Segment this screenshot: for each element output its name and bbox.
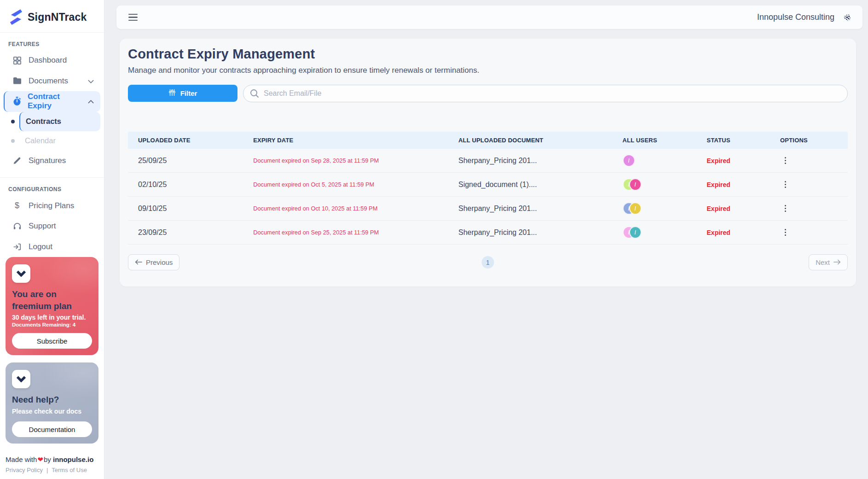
help-card-subtitle: Please check our docs — [12, 408, 92, 415]
table-header-row: UPLOADED DATE EXPIRY DATE ALL UPLOADED D… — [128, 132, 848, 149]
status-cell: Expired — [697, 204, 770, 213]
headset-icon — [12, 222, 22, 231]
uploaded-date-cell: 25/09/25 — [128, 157, 243, 165]
user-avatar[interactable]: I — [629, 226, 642, 239]
row-options-button[interactable] — [780, 202, 791, 215]
menu-toggle-button[interactable] — [127, 12, 139, 23]
status-cell: Expired — [697, 157, 770, 165]
documentation-button[interactable]: Documentation — [12, 421, 92, 437]
search-input[interactable] — [243, 85, 848, 102]
sidebar-item-dashboard[interactable]: Dashboard — [4, 50, 100, 71]
sidebar-subitem-calendar[interactable]: Calendar — [11, 131, 100, 151]
sidebar-item-contract-expiry[interactable]: Contract Expiry — [4, 91, 100, 112]
bullet-icon — [11, 120, 15, 123]
innopulse-link[interactable]: innopulse.io — [53, 456, 93, 463]
user-avatar[interactable]: I — [629, 202, 642, 215]
options-cell — [770, 154, 848, 167]
freemium-plan-card: You are on freemium plan 30 days left in… — [6, 257, 98, 355]
bullet-icon — [11, 139, 15, 143]
divider — [0, 177, 104, 178]
pen-icon — [12, 157, 22, 165]
table-row: 09/10/25 Document expired on Oct 10, 202… — [128, 197, 848, 221]
sidebar-item-label: Support — [29, 222, 56, 231]
uploaded-date-cell: 23/09/25 — [128, 228, 243, 237]
row-options-button[interactable] — [780, 178, 791, 191]
sidebar-item-label: Pricing Plans — [29, 201, 74, 210]
dashboard-grid-icon — [12, 56, 22, 65]
expiry-date-cell: Document expired on Oct 5, 2025 at 11:59… — [243, 181, 448, 188]
row-options-button[interactable] — [780, 154, 791, 167]
sidebar-item-label: Logout — [29, 242, 52, 251]
privacy-policy-link[interactable]: Privacy Policy — [6, 467, 43, 473]
table-row: 02/10/25 Document expired on Oct 5, 2025… — [128, 173, 848, 197]
next-label: Next — [816, 258, 830, 266]
made-with-line: Made with❤by innopulse.io — [6, 456, 104, 464]
uploaded-date-cell: 09/10/25 — [128, 204, 243, 213]
col-expiry-date: EXPIRY DATE — [243, 137, 448, 144]
users-cell: I I — [613, 202, 697, 215]
controls-row: Filter — [128, 85, 848, 102]
subscribe-button[interactable]: Subscribe — [12, 333, 92, 349]
search-container — [243, 85, 848, 102]
options-cell — [770, 202, 848, 215]
sidebar-item-logout[interactable]: Logout — [4, 236, 100, 257]
need-help-card: Need help? Please check our docs Documen… — [6, 362, 98, 444]
page-subtitle: Manage and monitor your contracts approa… — [128, 66, 848, 75]
account-avatar-icon[interactable] — [842, 12, 852, 23]
sidebar: SignNTrack FEATURES Dashboard Documents — [0, 0, 104, 479]
document-name-cell: Sherpany_Pricing 201... — [448, 157, 613, 165]
col-uploaded-date: UPLOADED DATE — [128, 137, 243, 144]
status-badge: Expired — [707, 181, 730, 188]
stopwatch-icon — [13, 97, 21, 106]
col-options: OPTIONS — [770, 137, 848, 144]
sidebar-item-signatures[interactable]: Signatures — [4, 151, 100, 171]
filter-button[interactable]: Filter — [128, 85, 237, 102]
table-row: 23/09/25 Document expired on Sep 25, 202… — [128, 221, 848, 245]
legal-links: Privacy Policy | Terms of Use — [6, 467, 104, 473]
table-row: 25/09/25 Document expired on Sep 28, 202… — [128, 149, 848, 173]
uploaded-date-cell: 02/10/25 — [128, 181, 243, 189]
sidebar-subitem-contracts[interactable]: Contracts — [11, 112, 100, 131]
dollar-icon: $ — [12, 201, 22, 210]
topbar: Innopulse Consulting — [116, 6, 862, 29]
main-area: Innopulse Consulting Contract Expiry Man… — [104, 0, 868, 479]
legal-separator: | — [46, 467, 48, 473]
sidebar-item-label: Contract Expiry — [28, 92, 75, 111]
app-logo: SignNTrack — [0, 0, 104, 32]
sidebar-item-documents[interactable]: Documents — [4, 71, 100, 92]
sidebar-item-pricing-plans[interactable]: $ Pricing Plans — [4, 195, 100, 216]
company-name: Innopulse Consulting — [757, 12, 834, 22]
logout-icon — [12, 243, 22, 251]
chevron-up-icon — [88, 97, 94, 106]
col-all-users: ALL USERS — [613, 137, 697, 144]
status-badge: Expired — [707, 229, 730, 236]
made-with-text: Made with — [6, 456, 37, 463]
filter-button-label: Filter — [180, 89, 197, 97]
user-avatar[interactable]: I — [623, 154, 635, 167]
status-badge: Expired — [707, 157, 730, 164]
sidebar-subitem-label: Contracts — [26, 117, 61, 126]
col-status: STATUS — [697, 137, 770, 144]
features-section-label: FEATURES — [8, 41, 104, 47]
contracts-table: UPLOADED DATE EXPIRY DATE ALL UPLOADED D… — [128, 132, 848, 245]
user-avatar[interactable]: I — [629, 178, 642, 191]
users-cell: I — [613, 154, 697, 167]
next-page-button[interactable]: Next — [809, 254, 848, 270]
plan-card-icon — [12, 264, 30, 283]
previous-page-button[interactable]: Previous — [128, 254, 179, 270]
users-cell: I I — [613, 226, 697, 239]
status-cell: Expired — [697, 181, 770, 189]
expiry-date-cell: Document expired on Sep 28, 2025 at 11:5… — [243, 157, 448, 164]
page-number[interactable]: 1 — [482, 256, 494, 269]
app-name: SignNTrack — [28, 11, 87, 23]
sidebar-item-support[interactable]: Support — [4, 216, 100, 237]
terms-of-use-link[interactable]: Terms of Use — [52, 467, 87, 473]
sidebar-item-label: Documents — [29, 76, 68, 86]
row-options-button[interactable] — [780, 226, 791, 239]
filter-sliders-icon — [168, 89, 176, 98]
expiry-date-cell: Document expired on Sep 25, 2025 at 11:5… — [243, 229, 448, 236]
sidebar-item-label: Dashboard — [29, 56, 67, 65]
page-title: Contract Expiry Management — [128, 47, 848, 62]
sidebar-item-label: Signatures — [29, 156, 66, 165]
arrow-right-icon — [833, 258, 841, 266]
